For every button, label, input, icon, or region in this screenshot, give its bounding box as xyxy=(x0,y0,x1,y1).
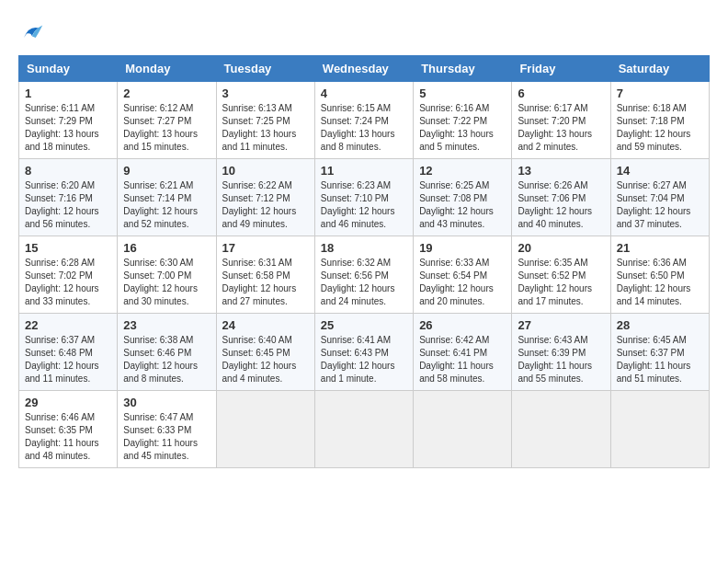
calendar-cell: 1Sunrise: 6:11 AMSunset: 7:29 PMDaylight… xyxy=(19,82,118,159)
calendar-cell xyxy=(216,391,314,468)
week-row-5: 29Sunrise: 6:46 AMSunset: 6:35 PMDayligh… xyxy=(19,391,710,468)
day-number: 7 xyxy=(617,86,703,100)
day-info: Sunrise: 6:32 AMSunset: 6:56 PMDaylight:… xyxy=(321,257,407,308)
calendar-cell: 24Sunrise: 6:40 AMSunset: 6:45 PMDayligh… xyxy=(216,314,314,391)
week-row-4: 22Sunrise: 6:37 AMSunset: 6:48 PMDayligh… xyxy=(19,314,710,391)
calendar-cell: 8Sunrise: 6:20 AMSunset: 7:16 PMDaylight… xyxy=(19,159,118,236)
page-header xyxy=(18,18,710,46)
day-number: 9 xyxy=(123,164,210,178)
day-info: Sunrise: 6:43 AMSunset: 6:39 PMDaylight:… xyxy=(518,334,604,385)
header-tuesday: Tuesday xyxy=(216,56,314,82)
day-number: 15 xyxy=(25,241,111,255)
day-number: 1 xyxy=(25,86,111,100)
day-number: 25 xyxy=(321,318,407,332)
calendar-cell: 13Sunrise: 6:26 AMSunset: 7:06 PMDayligh… xyxy=(512,159,610,236)
day-info: Sunrise: 6:21 AMSunset: 7:14 PMDaylight:… xyxy=(123,179,210,231)
calendar-cell: 22Sunrise: 6:37 AMSunset: 6:48 PMDayligh… xyxy=(19,314,118,391)
day-number: 27 xyxy=(518,318,604,332)
day-info: Sunrise: 6:23 AMSunset: 7:10 PMDaylight:… xyxy=(321,179,407,231)
calendar-cell xyxy=(610,391,709,468)
day-number: 18 xyxy=(321,241,407,255)
day-number: 10 xyxy=(222,164,309,178)
calendar-table: SundayMondayTuesdayWednesdayThursdayFrid… xyxy=(18,55,710,468)
day-number: 30 xyxy=(123,396,210,409)
day-number: 4 xyxy=(321,86,407,100)
week-row-1: 1Sunrise: 6:11 AMSunset: 7:29 PMDaylight… xyxy=(19,82,710,159)
calendar-cell: 21Sunrise: 6:36 AMSunset: 6:50 PMDayligh… xyxy=(610,236,709,314)
day-number: 5 xyxy=(419,86,506,100)
calendar-cell: 27Sunrise: 6:43 AMSunset: 6:39 PMDayligh… xyxy=(512,314,610,391)
calendar-cell: 9Sunrise: 6:21 AMSunset: 7:14 PMDaylight… xyxy=(118,159,216,236)
week-row-2: 8Sunrise: 6:20 AMSunset: 7:16 PMDaylight… xyxy=(19,159,710,236)
calendar-cell: 7Sunrise: 6:18 AMSunset: 7:18 PMDaylight… xyxy=(610,82,709,159)
day-info: Sunrise: 6:41 AMSunset: 6:43 PMDaylight:… xyxy=(321,334,407,385)
day-info: Sunrise: 6:12 AMSunset: 7:27 PMDaylight:… xyxy=(123,102,210,154)
header-thursday: Thursday xyxy=(414,56,512,82)
day-info: Sunrise: 6:31 AMSunset: 6:58 PMDaylight:… xyxy=(222,257,309,308)
day-number: 21 xyxy=(617,241,703,255)
calendar-cell: 6Sunrise: 6:17 AMSunset: 7:20 PMDaylight… xyxy=(512,82,610,159)
calendar-cell: 12Sunrise: 6:25 AMSunset: 7:08 PMDayligh… xyxy=(414,159,512,236)
calendar-cell: 11Sunrise: 6:23 AMSunset: 7:10 PMDayligh… xyxy=(314,159,413,236)
calendar-cell: 26Sunrise: 6:42 AMSunset: 6:41 PMDayligh… xyxy=(414,314,512,391)
header-monday: Monday xyxy=(118,56,216,82)
day-info: Sunrise: 6:38 AMSunset: 6:46 PMDaylight:… xyxy=(123,334,210,385)
calendar-cell: 29Sunrise: 6:46 AMSunset: 6:35 PMDayligh… xyxy=(19,391,118,468)
day-number: 11 xyxy=(321,164,407,178)
day-info: Sunrise: 6:13 AMSunset: 7:25 PMDaylight:… xyxy=(222,102,309,154)
day-number: 3 xyxy=(222,86,309,100)
calendar-cell: 3Sunrise: 6:13 AMSunset: 7:25 PMDaylight… xyxy=(216,82,314,159)
day-number: 14 xyxy=(617,164,703,178)
day-number: 6 xyxy=(518,86,604,100)
day-info: Sunrise: 6:28 AMSunset: 7:02 PMDaylight:… xyxy=(25,257,111,308)
calendar-cell: 28Sunrise: 6:45 AMSunset: 6:37 PMDayligh… xyxy=(610,314,709,391)
day-info: Sunrise: 6:36 AMSunset: 6:50 PMDaylight:… xyxy=(617,257,703,308)
calendar-cell: 15Sunrise: 6:28 AMSunset: 7:02 PMDayligh… xyxy=(19,236,118,314)
calendar-cell xyxy=(314,391,413,468)
day-info: Sunrise: 6:17 AMSunset: 7:20 PMDaylight:… xyxy=(518,102,604,154)
day-info: Sunrise: 6:30 AMSunset: 7:00 PMDaylight:… xyxy=(123,257,210,308)
calendar-cell xyxy=(512,391,610,468)
calendar-cell: 23Sunrise: 6:38 AMSunset: 6:46 PMDayligh… xyxy=(118,314,216,391)
day-info: Sunrise: 6:46 AMSunset: 6:35 PMDaylight:… xyxy=(25,411,111,463)
day-info: Sunrise: 6:18 AMSunset: 7:18 PMDaylight:… xyxy=(617,102,703,154)
day-info: Sunrise: 6:42 AMSunset: 6:41 PMDaylight:… xyxy=(419,334,506,385)
day-number: 20 xyxy=(518,241,604,255)
day-info: Sunrise: 6:47 AMSunset: 6:33 PMDaylight:… xyxy=(123,411,210,463)
calendar-cell: 2Sunrise: 6:12 AMSunset: 7:27 PMDaylight… xyxy=(118,82,216,159)
day-number: 8 xyxy=(25,164,111,178)
day-info: Sunrise: 6:35 AMSunset: 6:52 PMDaylight:… xyxy=(518,257,604,308)
day-number: 24 xyxy=(222,318,309,332)
calendar-cell: 19Sunrise: 6:33 AMSunset: 6:54 PMDayligh… xyxy=(414,236,512,314)
calendar-cell: 10Sunrise: 6:22 AMSunset: 7:12 PMDayligh… xyxy=(216,159,314,236)
day-number: 13 xyxy=(518,164,604,178)
calendar-cell: 16Sunrise: 6:30 AMSunset: 7:00 PMDayligh… xyxy=(118,236,216,314)
calendar-cell: 30Sunrise: 6:47 AMSunset: 6:33 PMDayligh… xyxy=(118,391,216,468)
day-info: Sunrise: 6:40 AMSunset: 6:45 PMDaylight:… xyxy=(222,334,309,385)
day-info: Sunrise: 6:15 AMSunset: 7:24 PMDaylight:… xyxy=(321,102,407,154)
calendar-cell xyxy=(414,391,512,468)
day-info: Sunrise: 6:22 AMSunset: 7:12 PMDaylight:… xyxy=(222,179,309,231)
day-info: Sunrise: 6:11 AMSunset: 7:29 PMDaylight:… xyxy=(25,102,111,154)
calendar-cell: 20Sunrise: 6:35 AMSunset: 6:52 PMDayligh… xyxy=(512,236,610,314)
day-number: 29 xyxy=(25,396,111,409)
calendar-cell: 25Sunrise: 6:41 AMSunset: 6:43 PMDayligh… xyxy=(314,314,413,391)
day-info: Sunrise: 6:45 AMSunset: 6:37 PMDaylight:… xyxy=(617,334,703,385)
day-number: 17 xyxy=(222,241,309,255)
day-number: 19 xyxy=(419,241,506,255)
logo xyxy=(18,18,50,46)
day-number: 12 xyxy=(419,164,506,178)
calendar-header-row: SundayMondayTuesdayWednesdayThursdayFrid… xyxy=(19,56,710,82)
day-number: 22 xyxy=(25,318,111,332)
day-info: Sunrise: 6:33 AMSunset: 6:54 PMDaylight:… xyxy=(419,257,506,308)
calendar-cell: 5Sunrise: 6:16 AMSunset: 7:22 PMDaylight… xyxy=(414,82,512,159)
header-saturday: Saturday xyxy=(610,56,709,82)
day-info: Sunrise: 6:16 AMSunset: 7:22 PMDaylight:… xyxy=(419,102,506,154)
day-number: 2 xyxy=(123,86,210,100)
header-friday: Friday xyxy=(512,56,610,82)
day-info: Sunrise: 6:37 AMSunset: 6:48 PMDaylight:… xyxy=(25,334,111,385)
calendar-cell: 14Sunrise: 6:27 AMSunset: 7:04 PMDayligh… xyxy=(610,159,709,236)
day-number: 23 xyxy=(123,318,210,332)
day-info: Sunrise: 6:26 AMSunset: 7:06 PMDaylight:… xyxy=(518,179,604,231)
day-info: Sunrise: 6:20 AMSunset: 7:16 PMDaylight:… xyxy=(25,179,111,231)
